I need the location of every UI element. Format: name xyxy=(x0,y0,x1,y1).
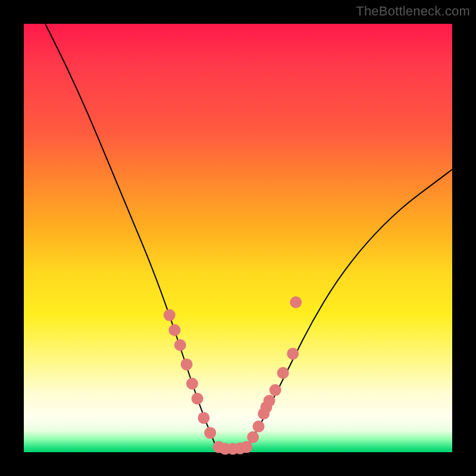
plot-area xyxy=(24,24,452,452)
data-point-icon xyxy=(247,431,259,443)
curve-layer xyxy=(45,24,452,450)
data-point-icon xyxy=(198,412,209,424)
data-point-icon xyxy=(192,393,203,405)
data-point-icon xyxy=(186,378,198,390)
data-point-icon xyxy=(240,441,252,453)
data-point-icon xyxy=(164,309,176,321)
data-point-icon xyxy=(204,427,216,439)
data-point-icon xyxy=(270,384,281,396)
data-point-icon xyxy=(181,358,193,370)
outer-frame: TheBottleneck.com xyxy=(0,0,476,476)
watermark-text: TheBottleneck.com xyxy=(356,4,470,19)
curve-right xyxy=(246,170,452,448)
data-point-icon xyxy=(277,367,289,379)
data-point-icon xyxy=(174,339,186,351)
data-point-icon xyxy=(168,324,180,336)
data-point-icon xyxy=(253,421,265,433)
chart-svg xyxy=(24,24,452,452)
data-point-icon xyxy=(290,296,302,308)
marker-layer xyxy=(164,296,302,455)
data-point-icon xyxy=(287,347,299,359)
data-point-icon xyxy=(264,395,275,407)
